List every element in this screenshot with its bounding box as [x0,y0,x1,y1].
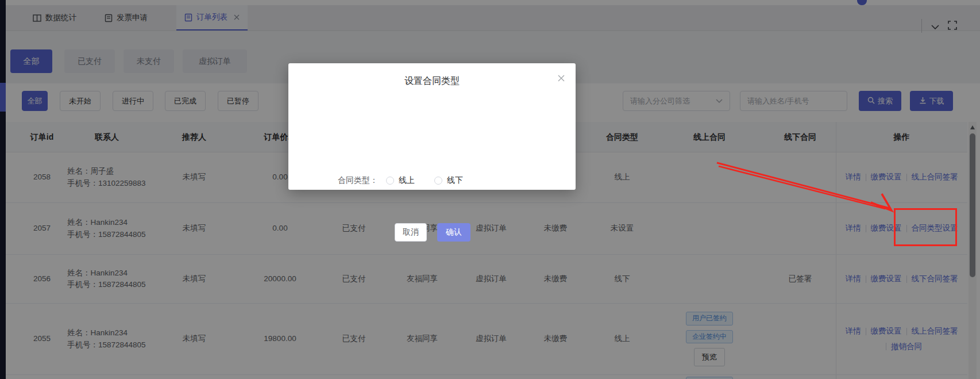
contract-type-label: 合同类型： [338,175,378,186]
dialog-title: 设置合同类型 [288,75,576,87]
radio-online[interactable]: 线上 [386,175,415,186]
set-contract-type-dialog: 设置合同类型 合同类型： 线上 线下 取消 确认 [288,63,576,190]
radio-circle-icon [386,177,394,185]
radio-label: 线下 [447,175,463,186]
cancel-button[interactable]: 取消 [395,223,427,242]
confirm-button[interactable]: 确认 [437,223,470,242]
close-icon[interactable] [556,73,566,83]
radio-offline[interactable]: 线下 [434,175,463,186]
radio-label: 线上 [399,175,415,186]
radio-circle-icon [434,177,442,185]
